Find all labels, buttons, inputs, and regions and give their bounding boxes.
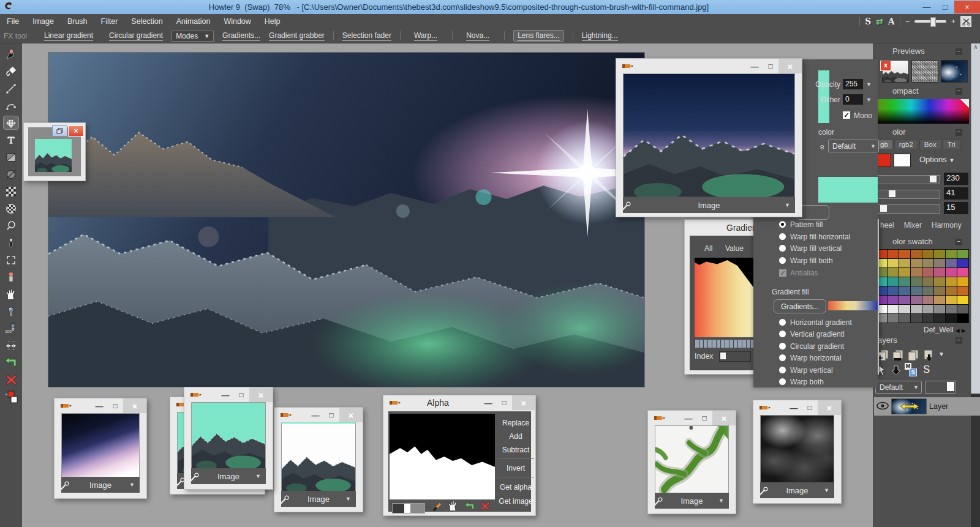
menu-brush[interactable]: Brush	[61, 17, 94, 26]
compact-color-picker[interactable]	[875, 99, 969, 124]
gradient-tab-value[interactable]: Value	[725, 244, 744, 253]
zoom-slider-thumb[interactable]	[930, 17, 936, 27]
menu-image[interactable]: Image	[26, 17, 61, 26]
swatch-cell[interactable]	[911, 286, 922, 295]
pattern-fill-radio[interactable]	[779, 221, 786, 228]
swatch-cell[interactable]	[934, 259, 945, 267]
warp-both-radio[interactable]	[779, 378, 786, 385]
color-value-b[interactable]: 15	[944, 202, 968, 214]
layer-visibility-eye-icon[interactable]	[876, 402, 889, 412]
antialias-checkbox[interactable]: ✓	[779, 269, 786, 277]
maximize-button[interactable]: □	[696, 414, 712, 422]
menu-file[interactable]: File	[0, 17, 26, 26]
swatch-cell[interactable]	[934, 314, 945, 323]
primary-color-swatch[interactable]	[876, 154, 891, 167]
eyedropper-icon[interactable]	[189, 472, 200, 483]
swatch-cell[interactable]	[946, 286, 957, 295]
eraser-tool-icon[interactable]	[3, 270, 19, 284]
fullscreen-brackets-icon[interactable]	[3, 253, 19, 267]
eyedropper-icon[interactable]	[652, 496, 663, 507]
lightning-button[interactable]: Lightning...	[582, 31, 618, 41]
layers-panel-header[interactable]: ayers	[878, 335, 897, 345]
swatch-cell[interactable]	[957, 277, 968, 286]
maximize-button[interactable]: □	[802, 403, 818, 412]
index-slider[interactable]	[719, 351, 751, 362]
minimize-button[interactable]: —	[747, 62, 763, 71]
color-slider-g[interactable]	[875, 190, 940, 199]
alpha-invert-button[interactable]: Invert	[497, 464, 534, 473]
warp-fill-vertical-label[interactable]: Warp fill vertical	[790, 244, 842, 253]
warp-fill-both-radio[interactable]	[779, 257, 786, 264]
image-window-green-map[interactable]: — □ × Image ▼	[647, 410, 736, 514]
modes-dropdown[interactable]: Modes▼	[172, 31, 214, 42]
image-window-white-sky[interactable]: — □ × Image ▼	[274, 407, 363, 512]
gradient-value-display[interactable]	[695, 258, 754, 337]
maximize-button[interactable]: □	[107, 402, 123, 410]
previews-minimize-button[interactable]: −	[956, 48, 962, 55]
swatch-cell[interactable]	[934, 286, 945, 295]
swatch-cell[interactable]	[922, 277, 933, 286]
layer-s-badge[interactable]: S	[909, 368, 917, 376]
tab-harmony[interactable]: Harmony	[932, 221, 962, 230]
curve-tool-icon[interactable]	[3, 99, 19, 113]
swatch-cell[interactable]	[911, 250, 922, 258]
compact-panel-header[interactable]: ompact	[892, 86, 919, 95]
swatch-cell[interactable]	[957, 305, 968, 313]
shape-rect-tool-icon[interactable]	[3, 150, 19, 164]
swatch-cell[interactable]	[922, 268, 933, 277]
window-title-bar[interactable]: Alpha — □ ×	[383, 395, 535, 410]
image-source-dropdown[interactable]: Image ▼	[760, 482, 834, 498]
tab-mixer[interactable]: Mixer	[904, 221, 922, 230]
image-window-clouds[interactable]: — □ × Image ▼	[753, 400, 842, 504]
swatch-cell[interactable]	[911, 268, 922, 277]
gradient-tab-all[interactable]: All	[704, 244, 712, 253]
alpha-replace-button[interactable]: Replace	[497, 419, 534, 427]
minimize-button[interactable]: —	[307, 411, 323, 420]
swatch-cell[interactable]	[911, 277, 922, 286]
window-title-bar[interactable]: — □ ×	[753, 400, 841, 415]
menu-window[interactable]: Window	[217, 17, 257, 26]
text-tool-icon[interactable]	[3, 133, 19, 147]
swatch-cell[interactable]	[911, 305, 922, 313]
swatch-cell[interactable]	[922, 296, 933, 304]
maximize-button[interactable]: □	[496, 398, 512, 407]
alpha-gradient-well[interactable]	[392, 503, 425, 514]
opacity-dropdown-arrow[interactable]: ▼	[866, 81, 872, 88]
circular-gradient-button[interactable]: Circular gradient	[109, 31, 163, 41]
layer-thumbnail[interactable]	[891, 398, 927, 414]
warp-fill-horizontal-radio[interactable]	[779, 233, 786, 240]
maximize-button[interactable]: □	[323, 411, 339, 419]
circular-gradient-label[interactable]: Circular gradient	[790, 342, 844, 351]
swatch-cell[interactable]	[888, 286, 899, 295]
minimize-button[interactable]: —	[217, 391, 233, 400]
swatch-cell[interactable]	[899, 268, 910, 277]
alpha-brush-icon[interactable]	[431, 501, 443, 515]
layer-row[interactable]: Layer	[874, 397, 980, 416]
layers-minimize-button[interactable]: −	[956, 337, 962, 344]
warp-fill-vertical-radio[interactable]	[779, 245, 786, 252]
close-button[interactable]: ×	[818, 400, 841, 415]
preview-thumbnail-noise[interactable]	[911, 60, 938, 83]
swatch-cell[interactable]	[946, 259, 957, 267]
brush-tool-icon[interactable]	[3, 47, 19, 61]
layer-opacity-well[interactable]	[925, 381, 956, 394]
alpha-hand-icon[interactable]	[447, 500, 459, 514]
warp-vertical-radio[interactable]	[779, 367, 786, 373]
alpha-get-image-button[interactable]: Get image	[497, 497, 534, 506]
minimize-button[interactable]: —	[91, 402, 107, 411]
fill-panel-close-button[interactable]: x	[880, 61, 891, 71]
swatch-cell[interactable]	[888, 259, 899, 267]
eyedropper-icon[interactable]	[620, 201, 631, 212]
eyedropper-icon[interactable]	[758, 486, 769, 497]
mono-checkbox[interactable]: ✓	[843, 111, 850, 119]
swap-buffer-icon[interactable]: S	[865, 17, 871, 26]
secondary-color-swatch[interactable]	[894, 154, 911, 167]
warp-fill-horizontal-label[interactable]: Warp fill horizontal	[790, 233, 850, 241]
swatch-cell[interactable]	[946, 314, 957, 323]
swatch-cell[interactable]	[899, 277, 910, 286]
image-source-dropdown[interactable]: Image ▼	[623, 197, 795, 213]
previews-panel-header[interactable]: Previews	[892, 47, 925, 56]
swatch-cell[interactable]	[888, 250, 899, 258]
swatch-cell[interactable]	[888, 277, 899, 286]
alpha-add-button[interactable]: Add	[497, 432, 534, 441]
